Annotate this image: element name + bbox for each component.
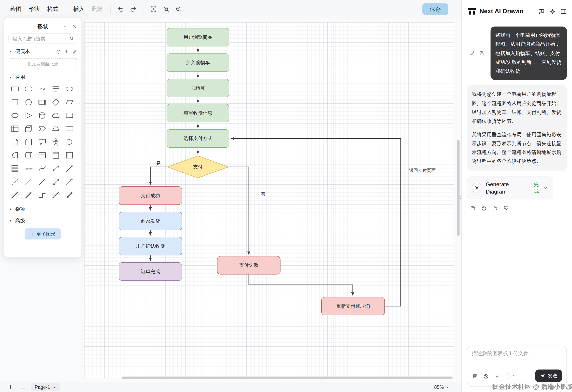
- flow-node-address[interactable]: 填写收货信息: [167, 104, 229, 122]
- settings-icon[interactable]: [549, 8, 556, 15]
- shape-vertical-container-icon[interactable]: [50, 149, 62, 161]
- shape-diamond-icon[interactable]: [50, 96, 62, 108]
- shape-heading-icon[interactable]: [50, 82, 62, 95]
- redo-button[interactable]: [127, 3, 139, 15]
- send-button[interactable]: 发送: [535, 370, 562, 382]
- shape-square-icon[interactable]: [9, 96, 21, 108]
- shape-bold-double-arrow-icon[interactable]: [64, 189, 76, 201]
- section-advanced[interactable]: 高级: [9, 217, 77, 224]
- zoom-out-button[interactable]: [172, 3, 185, 15]
- expand-card-icon[interactable]: [543, 185, 549, 191]
- section-scratchpad[interactable]: 便笺本: [9, 48, 77, 55]
- help-icon[interactable]: [56, 49, 61, 54]
- shape-ellipse-icon[interactable]: [64, 82, 76, 95]
- section-general[interactable]: 通用: [9, 74, 77, 81]
- shape-list-icon[interactable]: [9, 162, 21, 175]
- shape-horizontal-container-icon[interactable]: [64, 149, 76, 161]
- shape-hexagon-icon[interactable]: [9, 109, 21, 122]
- new-chat-icon[interactable]: [538, 8, 545, 15]
- shape-or-icon[interactable]: [64, 136, 76, 148]
- shape-step-icon[interactable]: [36, 122, 48, 135]
- flow-node-pay-fail[interactable]: 支付失败: [217, 256, 281, 275]
- flow-node-pay-success[interactable]: 支付成功: [119, 187, 182, 205]
- close-panel-icon[interactable]: [71, 24, 77, 29]
- download-icon[interactable]: [494, 373, 500, 379]
- flow-node-add-cart[interactable]: 加入购物车: [167, 54, 229, 72]
- zoom-level-control[interactable]: 85%: [434, 384, 450, 390]
- shape-internal-storage-icon[interactable]: [9, 122, 21, 135]
- shape-arrow-icon[interactable]: [64, 162, 76, 175]
- shape-curve-icon[interactable]: [36, 162, 48, 175]
- shape-rectangle-icon[interactable]: [9, 82, 21, 95]
- history-icon[interactable]: [483, 373, 489, 379]
- shape-elbow-arrow-icon[interactable]: [36, 189, 48, 201]
- edit-icon[interactable]: [72, 49, 77, 54]
- undo-button[interactable]: [114, 3, 127, 15]
- section-misc[interactable]: 杂项: [9, 206, 77, 213]
- thumbs-up-icon[interactable]: [492, 205, 498, 211]
- shape-actor-icon[interactable]: [50, 136, 62, 148]
- shape-directional-connector-icon[interactable]: [64, 175, 76, 188]
- shape-text-icon[interactable]: Text: [36, 82, 48, 95]
- shape-bidirectional-connector-icon[interactable]: [50, 175, 62, 188]
- export-control[interactable]: [505, 373, 516, 379]
- shape-cloud-icon[interactable]: [50, 109, 62, 122]
- shape-data-storage-icon[interactable]: [22, 149, 35, 161]
- flow-node-retry-or-cancel[interactable]: 重新支付或取消: [321, 297, 385, 315]
- edit-message-icon[interactable]: [469, 51, 475, 56]
- flow-node-ship[interactable]: 商家发货: [119, 212, 182, 230]
- shape-bold-arrow-icon[interactable]: [22, 189, 35, 201]
- vertical-scrollbar[interactable]: [457, 140, 460, 236]
- menu-shapes[interactable]: 形状: [25, 3, 44, 15]
- flow-node-order-complete[interactable]: 订单完成: [119, 262, 182, 281]
- shape-tape-icon[interactable]: [64, 122, 76, 135]
- flow-node-pay-decision[interactable]: 支付: [167, 156, 229, 178]
- shape-container-icon[interactable]: [36, 149, 48, 161]
- menu-insert[interactable]: 插入: [70, 3, 88, 15]
- add-icon[interactable]: [64, 49, 69, 54]
- retry-icon[interactable]: [481, 205, 487, 211]
- shape-bidirectional-arrow-icon[interactable]: [50, 162, 62, 175]
- shape-cylinder-icon[interactable]: [36, 109, 48, 122]
- shape-process-icon[interactable]: [36, 96, 48, 108]
- shape-and-icon[interactable]: [9, 149, 21, 161]
- shape-rounded-rectangle-icon[interactable]: [22, 82, 35, 95]
- pages-menu-button[interactable]: [18, 383, 27, 391]
- shape-dotted-line-icon[interactable]: [22, 175, 35, 188]
- shape-bold-line-icon[interactable]: [9, 189, 21, 201]
- add-page-button[interactable]: [6, 383, 15, 391]
- shape-trapezoid-icon[interactable]: [50, 122, 62, 135]
- shape-card-icon[interactable]: [22, 136, 35, 148]
- zoom-in-button[interactable]: [160, 3, 172, 15]
- shape-search-input[interactable]: [9, 34, 77, 44]
- shape-dashed-line-icon[interactable]: [9, 175, 21, 188]
- horizontal-scrollbar[interactable]: [122, 376, 453, 379]
- flow-node-checkout[interactable]: 去结算: [167, 79, 229, 97]
- menu-format[interactable]: 格式: [44, 3, 62, 15]
- generate-diagram-card[interactable]: Generate Diagram 完成: [467, 176, 553, 199]
- collapse-panel-icon[interactable]: [63, 24, 68, 29]
- resize-handle-icon[interactable]: [458, 194, 464, 200]
- delete-icon[interactable]: [472, 373, 478, 379]
- shape-line-icon[interactable]: [36, 175, 48, 188]
- save-button[interactable]: 保存: [422, 3, 448, 15]
- more-shapes-button[interactable]: 更多图形: [25, 228, 61, 239]
- shape-list-item-icon[interactable]: List Item: [22, 162, 35, 175]
- shape-document-icon[interactable]: [64, 109, 76, 122]
- chat-input[interactable]: [472, 350, 562, 367]
- thumbs-down-icon[interactable]: [503, 205, 509, 211]
- shape-cube-icon[interactable]: [22, 122, 35, 135]
- flow-node-pay-method[interactable]: 选择支付方式: [167, 129, 229, 148]
- page-tab[interactable]: Page-1: [31, 383, 60, 391]
- shape-triangle-icon[interactable]: [22, 109, 35, 122]
- scratchpad-drop-zone[interactable]: 把元素拖至此处: [9, 58, 77, 69]
- copy-response-icon[interactable]: [470, 205, 476, 211]
- shape-parallelogram-icon[interactable]: [64, 96, 76, 108]
- fit-view-button[interactable]: [147, 3, 160, 15]
- shape-circle-icon[interactable]: [22, 96, 35, 108]
- flow-node-confirm-receipt[interactable]: 用户确认收货: [119, 237, 182, 255]
- shape-note-icon[interactable]: [9, 136, 21, 148]
- flow-node-browse[interactable]: 用户浏览商品: [167, 28, 229, 47]
- shape-callout-icon[interactable]: [36, 136, 48, 148]
- shape-bold-dashed-line-icon[interactable]: [50, 189, 62, 201]
